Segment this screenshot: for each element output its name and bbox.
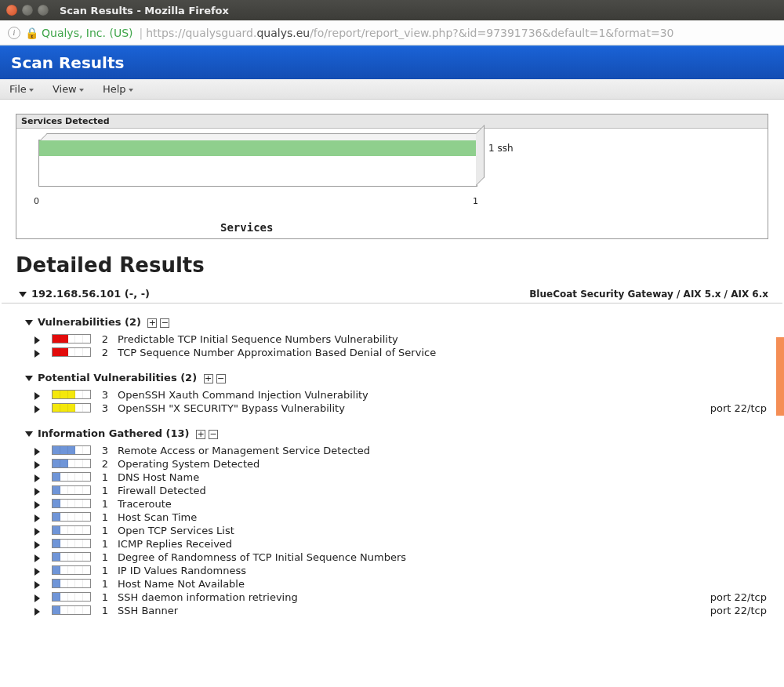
severity-level: 1 (97, 538, 113, 550)
address-bar[interactable]: i 🔒 Qualys, Inc. (US) | https://qualysgu… (0, 20, 784, 45)
chevron-right-icon (34, 528, 40, 536)
severity-indicator (52, 499, 91, 508)
finding-row[interactable]: 1DNS Host Name (25, 471, 768, 484)
finding-row[interactable]: 1Host Name Not Available (25, 577, 768, 591)
finding-title: Traceroute (118, 498, 690, 510)
severity-indicator (52, 472, 91, 482)
window-title: Scan Results - Mozilla Firefox (60, 5, 229, 16)
panel-title: Services Detected (16, 114, 768, 129)
severity-indicator (52, 605, 91, 615)
chevron-down-icon (25, 320, 33, 325)
severity-level: 1 (97, 485, 113, 496)
chevron-right-icon (34, 514, 40, 522)
collapse-all-icon[interactable]: − (216, 374, 226, 383)
section-vulnerabilities: Vulnerabilities (2) +− 2Predictable TCP … (25, 316, 768, 359)
severity-level: 2 (97, 333, 113, 345)
finding-title: ICMP Replies Received (118, 538, 690, 550)
severity-level: 3 (97, 402, 113, 414)
finding-title: IP ID Values Randomness (118, 565, 690, 576)
severity-level: 1 (97, 605, 113, 616)
finding-row[interactable]: 1Traceroute (25, 497, 768, 511)
finding-row[interactable]: 1IP ID Values Randomness (25, 564, 768, 577)
host-ip: 192.168.56.101 (-, -) (31, 288, 150, 300)
finding-title: Firewall Detected (118, 485, 690, 496)
chevron-down-icon (25, 431, 33, 437)
chevron-right-icon (34, 405, 40, 413)
chevron-right-icon (34, 541, 40, 549)
chart-bar (38, 140, 477, 187)
severity-indicator (52, 445, 91, 455)
collapse-all-icon[interactable]: − (160, 318, 169, 328)
section-potential-vulnerabilities: Potential Vulnerabilities (2) +− 3OpenSS… (25, 372, 768, 415)
finding-row[interactable]: 3OpenSSH Xauth Command Injection Vulnera… (25, 388, 768, 402)
severity-indicator (52, 565, 91, 575)
section-header[interactable]: Information Gathered (13) +− (25, 427, 768, 439)
severity-level: 3 (97, 445, 113, 456)
finding-row[interactable]: 1Degree of Randomness of TCP Initial Seq… (25, 551, 768, 564)
scrollbar[interactable] (776, 337, 784, 416)
finding-row[interactable]: 2TCP Sequence Number Approximation Based… (25, 346, 768, 359)
finding-row[interactable]: 1SSH Bannerport 22/tcp (25, 604, 768, 617)
info-icon[interactable]: i (8, 27, 20, 39)
severity-level: 1 (97, 551, 113, 563)
severity-indicator (52, 539, 91, 548)
finding-title: Host Scan Time (118, 511, 690, 523)
chart-x-axis-label: Services (220, 221, 273, 234)
finding-title: Degree of Randomness of TCP Initial Sequ… (118, 551, 690, 563)
finding-title: DNS Host Name (118, 471, 690, 483)
severity-indicator (52, 334, 91, 344)
close-icon[interactable] (6, 5, 17, 16)
chevron-right-icon (34, 350, 40, 358)
section-information-gathered: Information Gathered (13) +− 3Remote Acc… (25, 427, 768, 617)
severity-level: 2 (97, 458, 113, 470)
severity-indicator (52, 459, 91, 468)
severity-indicator (52, 592, 91, 602)
chevron-right-icon (34, 392, 40, 400)
finding-row[interactable]: 2Operating System Detected (25, 457, 768, 471)
site-identity[interactable]: Qualys, Inc. (US) (42, 27, 133, 39)
severity-level: 1 (97, 578, 113, 590)
chevron-right-icon (34, 488, 40, 496)
finding-row[interactable]: 1ICMP Replies Received (25, 537, 768, 551)
window-titlebar: Scan Results - Mozilla Firefox (0, 0, 784, 20)
expand-all-icon[interactable]: + (196, 430, 205, 439)
finding-row[interactable]: 1SSH daemon information retrievingport 2… (25, 591, 768, 604)
collapse-all-icon[interactable]: − (209, 430, 218, 439)
url-text[interactable]: https://qualysguard.qualys.eu/fo/report/… (146, 27, 673, 39)
chart-bar-fill (39, 140, 477, 156)
finding-title: SSH Banner (118, 605, 690, 616)
section-header[interactable]: Potential Vulnerabilities (2) +− (25, 372, 768, 383)
chevron-right-icon (34, 501, 40, 509)
section-header[interactable]: Vulnerabilities (2) +− (25, 316, 768, 328)
services-detected-panel: Services Detected 1 ssh 0 1 Services (16, 114, 768, 239)
menu-file[interactable]: File (9, 83, 34, 95)
finding-row[interactable]: 1Firewall Detected (25, 484, 768, 497)
finding-title: OpenSSH "X SECURITY" Bypass Vulnerabilit… (118, 402, 690, 414)
severity-level: 1 (97, 565, 113, 576)
finding-port: port 22/tcp (690, 402, 768, 414)
expand-all-icon[interactable]: + (147, 318, 157, 328)
chevron-down-icon (29, 89, 34, 92)
host-os: BlueCoat Security Gateway / AIX 5.x / AI… (529, 289, 768, 300)
minimize-icon[interactable] (22, 5, 33, 16)
chevron-right-icon (34, 594, 40, 602)
menu-view[interactable]: View (53, 83, 84, 95)
menu-help[interactable]: Help (103, 83, 133, 95)
severity-indicator (52, 512, 91, 522)
finding-title: Remote Access or Management Service Dete… (118, 445, 690, 456)
finding-row[interactable]: 3OpenSSH "X SECURITY" Bypass Vulnerabili… (25, 402, 768, 415)
chevron-right-icon (34, 581, 40, 589)
severity-indicator (52, 403, 91, 413)
expand-all-icon[interactable]: + (204, 374, 213, 383)
finding-title: Operating System Detected (118, 458, 690, 470)
finding-row[interactable]: 1Host Scan Time (25, 511, 768, 524)
finding-port: port 22/tcp (690, 591, 768, 603)
finding-title: OpenSSH Xauth Command Injection Vulnerab… (118, 389, 690, 401)
maximize-icon[interactable] (38, 5, 49, 16)
finding-row[interactable]: 1Open TCP Services List (25, 524, 768, 537)
finding-row[interactable]: 3Remote Access or Management Service Det… (25, 444, 768, 457)
chevron-right-icon (34, 336, 40, 344)
host-row[interactable]: 192.168.56.101 (-, -) BlueCoat Security … (2, 286, 782, 304)
chevron-down-icon (79, 89, 84, 92)
finding-row[interactable]: 2Predictable TCP Initial Sequence Number… (25, 333, 768, 346)
